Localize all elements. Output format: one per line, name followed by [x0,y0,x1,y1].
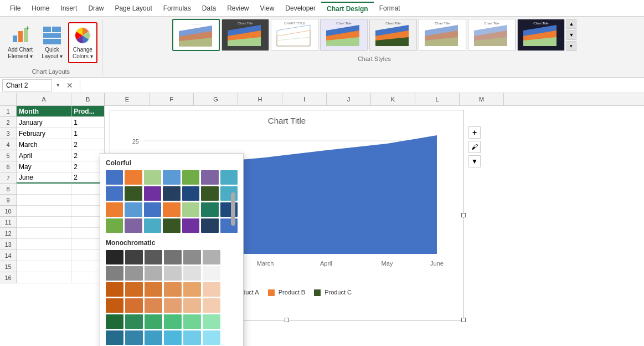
color-swatch[interactable] [125,250,143,264]
color-swatch[interactable] [106,250,123,264]
color-swatch[interactable] [203,266,220,281]
add-chart-element-button[interactable]: + Add ChartElement ▾ [4,23,36,62]
color-swatch[interactable] [106,218,123,233]
color-swatch[interactable] [106,298,123,313]
menu-formulas[interactable]: Formulas [158,2,197,14]
color-swatch[interactable] [203,282,220,297]
color-swatch[interactable] [145,298,162,313]
color-swatch[interactable] [164,330,182,345]
color-swatch[interactable] [163,170,180,185]
chart-handle-bottom-right[interactable] [461,318,466,322]
menu-home[interactable]: Home [26,2,55,14]
color-swatch[interactable] [125,202,142,217]
col-header-k[interactable]: K [371,93,415,105]
color-swatch[interactable] [145,282,162,297]
cell-a10[interactable] [17,206,71,217]
col-header-h[interactable]: H [238,93,282,105]
color-swatch[interactable] [144,186,161,201]
color-swatch[interactable] [125,298,143,313]
scroll-more-arrow[interactable]: ▾ [566,41,576,51]
cell-a16[interactable] [17,272,71,283]
cell-a15[interactable] [17,261,71,272]
color-swatch[interactable] [144,218,161,233]
color-swatch[interactable] [164,250,182,264]
color-swatch[interactable] [183,250,201,264]
color-swatch[interactable] [164,314,182,329]
cell-b4[interactable]: 2 [71,139,105,150]
color-swatch[interactable] [182,186,199,201]
color-swatch[interactable] [125,170,142,185]
color-swatch[interactable] [164,282,182,297]
chart-styles-scroll[interactable]: ▲ ▼ ▾ [566,19,576,51]
name-box-dropdown[interactable]: ▾ [54,82,62,89]
color-swatch[interactable] [106,282,123,297]
color-swatch[interactable] [201,218,218,233]
chart-filter-btn[interactable]: ▼ [468,155,481,167]
color-swatch[interactable] [182,170,199,185]
col-header-f[interactable]: F [150,93,194,105]
panel-scroll-area[interactable]: Colorful [106,159,238,346]
color-swatch[interactable] [144,170,161,185]
color-swatch[interactable] [125,330,143,345]
color-swatch[interactable] [201,170,218,185]
chart-handle-bottom-center[interactable] [285,318,289,322]
color-swatch[interactable] [203,330,220,345]
color-swatch[interactable] [203,298,220,313]
chart-style-1[interactable]: ---------- [172,19,220,51]
cell-a14[interactable] [17,250,71,261]
cell-a1[interactable]: Month [17,106,71,117]
col-header-e[interactable]: E [105,93,150,105]
color-swatch[interactable] [125,218,142,233]
col-header-a[interactable]: A [17,93,71,105]
color-swatch[interactable] [203,314,220,329]
cell-a4[interactable]: March [17,139,71,150]
color-swatch[interactable] [164,266,182,281]
color-swatch[interactable] [201,186,218,201]
cell-a3[interactable]: February [17,128,71,139]
menu-page-layout[interactable]: Page Layout [109,2,157,14]
panel-scrollbar[interactable] [231,192,235,226]
color-swatch[interactable] [183,330,201,345]
scroll-down-arrow[interactable]: ▼ [566,30,576,40]
cell-a5[interactable]: April [17,150,71,161]
chart-title[interactable]: Chart Title [116,116,458,125]
color-swatch[interactable] [144,202,161,217]
color-swatch[interactable] [106,170,123,185]
menu-draw[interactable]: Draw [83,2,109,14]
cell-b3[interactable]: 1 [71,128,105,139]
color-swatch[interactable] [203,250,220,264]
chart-style-7[interactable]: Chart Title [468,19,516,51]
col-header-i[interactable]: I [282,93,327,105]
cell-b2[interactable]: 1 [71,117,105,128]
col-header-b[interactable]: B [71,93,105,105]
menu-format[interactable]: Format [374,2,406,14]
menu-file[interactable]: File [4,2,26,14]
color-swatch[interactable] [106,202,123,217]
col-header-m[interactable]: M [460,93,504,105]
menu-insert[interactable]: Insert [55,2,83,14]
color-swatch[interactable] [183,266,201,281]
chart-style-btn[interactable]: 🖌 [468,141,481,153]
color-swatch[interactable] [183,298,201,313]
cell-a8[interactable] [17,184,71,195]
col-header-l[interactable]: L [415,93,460,105]
change-colors-button[interactable]: ChangeColors ▾ [68,22,97,63]
chart-style-5[interactable]: Chart Title [369,19,417,51]
color-swatch[interactable] [201,202,218,217]
color-swatch[interactable] [145,266,162,281]
color-swatch[interactable] [145,330,162,345]
chart-add-element-btn[interactable]: + [468,126,481,139]
color-swatch[interactable] [163,186,180,201]
menu-data[interactable]: Data [197,2,221,14]
color-swatch[interactable] [182,202,199,217]
cell-b1[interactable]: Prod... [71,106,105,117]
cell-a13[interactable] [17,239,71,250]
menu-chart-design[interactable]: Chart Design [321,2,374,15]
color-swatch[interactable] [164,298,182,313]
col-header-g[interactable]: G [194,93,238,105]
scroll-up-arrow[interactable]: ▲ [566,19,576,29]
color-swatch[interactable] [163,202,180,217]
color-swatch[interactable] [125,186,142,201]
color-swatch[interactable] [106,330,123,345]
color-swatch[interactable] [125,282,143,297]
